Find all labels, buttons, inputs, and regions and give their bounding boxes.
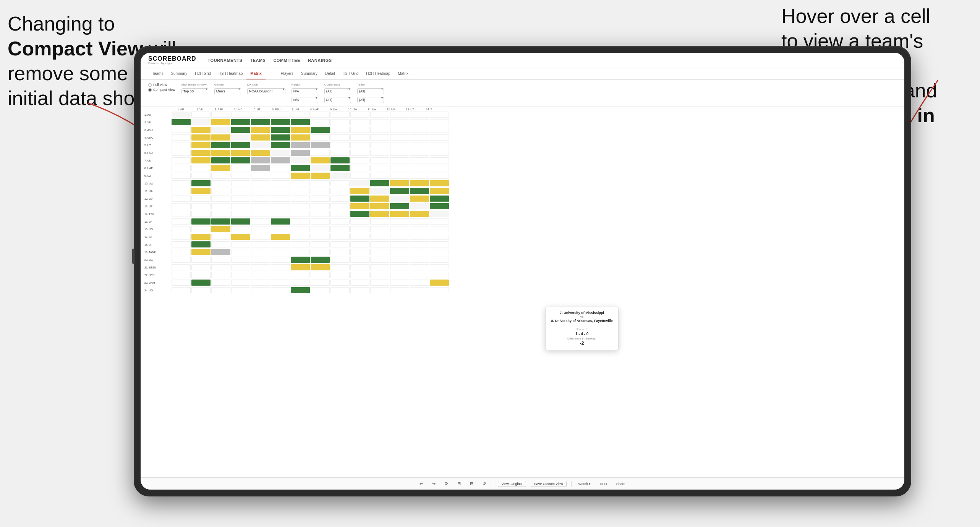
tab-h2h-grid-1[interactable]: H2H Grid xyxy=(191,68,215,79)
cell[interactable] xyxy=(291,119,310,125)
cell[interactable] xyxy=(390,211,409,217)
cell[interactable] xyxy=(311,150,330,156)
cell[interactable] xyxy=(211,142,230,148)
toolbar-redo[interactable]: ↪ xyxy=(430,480,438,487)
cell[interactable] xyxy=(390,157,409,163)
cell[interactable] xyxy=(271,127,290,133)
cell[interactable] xyxy=(172,211,191,217)
cell[interactable] xyxy=(430,188,449,194)
cell[interactable] xyxy=(251,203,270,209)
tab-summary-2[interactable]: Summary xyxy=(297,68,321,79)
cell[interactable] xyxy=(350,173,369,179)
cell[interactable] xyxy=(350,264,369,270)
cell[interactable] xyxy=(191,280,211,286)
cell[interactable] xyxy=(211,119,230,125)
cell[interactable] xyxy=(251,280,270,286)
cell[interactable] xyxy=(211,134,230,141)
cell[interactable] xyxy=(311,280,330,286)
cell[interactable] xyxy=(291,165,310,171)
cell[interactable] xyxy=(370,211,389,217)
cell[interactable] xyxy=(330,196,350,202)
cell[interactable] xyxy=(191,134,211,141)
cell[interactable] xyxy=(211,241,230,247)
tab-teams[interactable]: Teams xyxy=(148,68,167,79)
cell[interactable] xyxy=(211,264,230,270)
cell[interactable] xyxy=(350,226,369,232)
cell[interactable] xyxy=(410,249,429,255)
cell[interactable] xyxy=(410,196,429,202)
tab-matrix-1[interactable]: Matrix xyxy=(246,68,265,79)
cell[interactable] xyxy=(251,142,270,148)
cell[interactable] xyxy=(350,134,369,141)
cell[interactable] xyxy=(350,150,369,156)
cell[interactable] xyxy=(430,287,449,293)
cell[interactable] xyxy=(410,134,429,141)
cell[interactable] xyxy=(291,218,310,225)
cell[interactable] xyxy=(172,203,191,209)
cell[interactable] xyxy=(251,119,270,125)
cell[interactable] xyxy=(410,119,429,125)
cell[interactable] xyxy=(430,203,449,209)
cell[interactable] xyxy=(370,234,389,240)
cell[interactable] xyxy=(311,249,330,255)
cell[interactable] xyxy=(370,280,389,286)
cell[interactable] xyxy=(350,272,369,278)
cell[interactable] xyxy=(350,287,369,293)
cell[interactable] xyxy=(172,264,191,270)
cell[interactable] xyxy=(350,234,369,240)
cell[interactable] xyxy=(211,157,230,163)
cell[interactable] xyxy=(172,280,191,286)
cell[interactable] xyxy=(172,150,191,156)
cell[interactable] xyxy=(350,249,369,255)
cell[interactable] xyxy=(430,165,449,171)
cell[interactable] xyxy=(330,112,350,118)
cell[interactable] xyxy=(410,165,429,171)
cell[interactable] xyxy=(430,112,449,118)
cell[interactable] xyxy=(311,203,330,209)
cell[interactable] xyxy=(191,112,211,118)
cell[interactable] xyxy=(390,257,409,263)
cell[interactable] xyxy=(231,173,250,179)
cell[interactable] xyxy=(231,119,250,125)
tab-summary-1[interactable]: Summary xyxy=(167,68,191,79)
cell[interactable] xyxy=(251,196,270,202)
cell[interactable] xyxy=(191,157,211,163)
cell[interactable] xyxy=(231,287,250,293)
cell[interactable] xyxy=(390,218,409,225)
cell[interactable] xyxy=(430,134,449,141)
cell[interactable] xyxy=(251,234,270,240)
cell[interactable] xyxy=(330,218,350,225)
cell[interactable] xyxy=(191,211,211,217)
cell[interactable] xyxy=(172,173,191,179)
nav-link-teams[interactable]: TEAMS xyxy=(250,57,266,64)
cell[interactable] xyxy=(291,112,310,118)
cell[interactable] xyxy=(311,196,330,202)
toolbar-reset[interactable]: ↺ xyxy=(480,480,488,487)
cell[interactable] xyxy=(350,127,369,133)
cell[interactable] xyxy=(172,249,191,255)
cell[interactable] xyxy=(251,112,270,118)
cell[interactable] xyxy=(330,127,350,133)
cell[interactable] xyxy=(311,241,330,247)
cell[interactable] xyxy=(311,272,330,278)
cell[interactable] xyxy=(410,241,429,247)
cell[interactable] xyxy=(370,180,389,186)
tab-players[interactable]: Players xyxy=(277,68,297,79)
nav-link-tournaments[interactable]: TOURNAMENTS xyxy=(208,57,243,64)
cell[interactable] xyxy=(211,257,230,263)
cell[interactable] xyxy=(330,257,350,263)
cell[interactable] xyxy=(231,165,250,171)
cell[interactable] xyxy=(231,264,250,270)
cell[interactable] xyxy=(350,157,369,163)
cell[interactable] xyxy=(311,257,330,263)
cell[interactable] xyxy=(211,287,230,293)
cell[interactable] xyxy=(350,188,369,194)
cell[interactable] xyxy=(172,226,191,232)
cell[interactable] xyxy=(271,119,290,125)
cell[interactable] xyxy=(172,218,191,225)
cell[interactable] xyxy=(430,119,449,125)
cell[interactable] xyxy=(191,127,211,133)
tab-matrix-2[interactable]: Matrix xyxy=(394,68,412,79)
cell[interactable] xyxy=(370,226,389,232)
toolbar-undo[interactable]: ↩ xyxy=(417,480,425,487)
